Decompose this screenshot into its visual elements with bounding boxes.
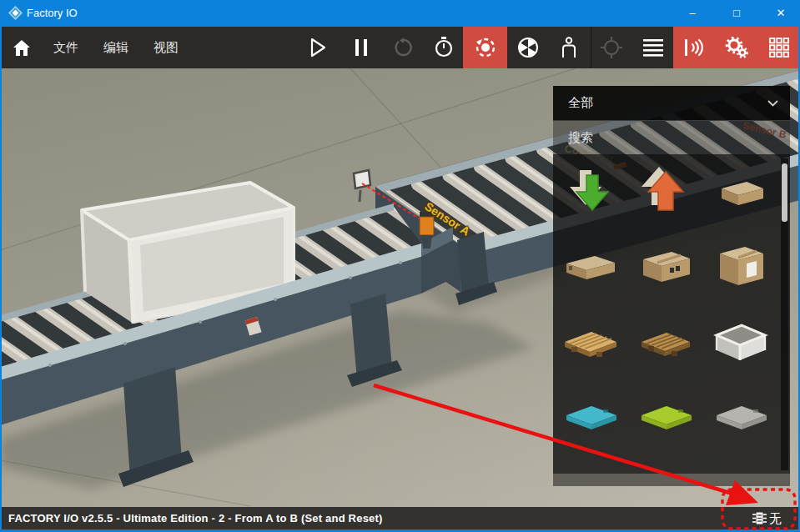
driver-selection[interactable]: 无 xyxy=(769,507,782,529)
orange-up-arrow-icon xyxy=(635,165,698,218)
green-pad-icon xyxy=(635,390,698,444)
toolbar: 文件 编辑 视图 xyxy=(0,27,800,68)
orbit-camera-icon xyxy=(475,37,496,58)
part-item-flat-box[interactable] xyxy=(554,229,629,304)
menu-view[interactable]: 视图 xyxy=(148,27,184,68)
window-border-left xyxy=(0,27,2,532)
green-down-arrow-icon xyxy=(560,165,623,218)
play-button[interactable] xyxy=(299,27,336,68)
part-item-green-down-arrow[interactable] xyxy=(554,154,629,229)
menu-file[interactable]: 文件 xyxy=(48,27,84,68)
target-button[interactable] xyxy=(593,27,630,68)
drivers-gear-icon xyxy=(725,37,748,58)
drivers-button[interactable] xyxy=(717,27,757,68)
panel-bottom-strip xyxy=(553,474,790,486)
light-pallet-icon xyxy=(560,315,623,369)
parts-search-input[interactable]: 搜索 xyxy=(553,121,790,154)
stopwatch-button[interactable] xyxy=(425,27,462,68)
close-button[interactable]: ✕ xyxy=(762,0,800,27)
target-icon xyxy=(601,37,622,58)
part-item-dark-pallet[interactable] xyxy=(629,304,704,379)
play-icon xyxy=(309,38,327,58)
small-box-icon xyxy=(710,165,773,218)
sensor-a xyxy=(420,217,434,235)
part-item-light-pallet[interactable] xyxy=(554,304,629,379)
parts-filter-dropdown[interactable]: 全部 xyxy=(553,86,790,121)
sensor-tags-button[interactable] xyxy=(673,27,715,68)
cyan-pad-icon xyxy=(560,390,623,444)
parts-grid xyxy=(553,154,790,474)
stopwatch-icon xyxy=(434,37,454,58)
menu-edit[interactable]: 编辑 xyxy=(98,27,134,68)
pause-button[interactable] xyxy=(343,27,380,68)
fly-camera-button[interactable] xyxy=(510,27,546,68)
parts-scrollbar[interactable] xyxy=(781,158,788,470)
stackable-crate-icon xyxy=(710,315,773,369)
app-logo-icon xyxy=(8,6,23,20)
pause-icon xyxy=(355,38,368,57)
part-item-orange-up-arrow[interactable] xyxy=(629,154,704,229)
reflector xyxy=(354,170,370,188)
parts-scrollbar-thumb[interactable] xyxy=(782,163,787,222)
status-text: FACTORY I/O v2.5.5 - Ultimate Edition - … xyxy=(8,507,383,529)
home-icon xyxy=(12,38,32,57)
fly-camera-icon xyxy=(517,37,539,58)
part-item-medium-box[interactable] xyxy=(629,229,704,304)
grey-pad-icon xyxy=(710,390,773,444)
medium-box-icon xyxy=(635,240,698,294)
first-person-icon xyxy=(561,37,577,58)
home-button[interactable] xyxy=(3,27,40,68)
parts-filter-value: 全部 xyxy=(568,95,593,111)
minimize-button[interactable]: – xyxy=(673,0,712,27)
search-placeholder: 搜索 xyxy=(568,130,593,146)
list-view-icon xyxy=(643,38,663,57)
statusbar: FACTORY I/O v2.5.5 - Ultimate Edition - … xyxy=(0,507,800,529)
part-item-green-pad[interactable] xyxy=(629,379,704,454)
reset-button[interactable] xyxy=(385,27,422,68)
parts-palette-button[interactable] xyxy=(758,27,800,68)
part-item-grey-pad[interactable] xyxy=(704,379,779,454)
app-window: Factory IO – □ ✕ 文件 编辑 视图 xyxy=(0,0,800,532)
maximize-button[interactable]: □ xyxy=(717,0,756,27)
parts-palette-icon xyxy=(769,38,789,58)
part-item-small-box[interactable] xyxy=(704,154,779,229)
part-item-stackable-crate[interactable] xyxy=(704,304,779,379)
part-item-large-box[interactable] xyxy=(704,229,779,304)
orbit-camera-button[interactable] xyxy=(463,27,507,68)
large-box-icon xyxy=(710,240,773,294)
list-view-button[interactable] xyxy=(635,27,672,68)
toolbar-divider xyxy=(591,27,591,68)
reset-icon xyxy=(394,38,414,58)
flat-box-icon xyxy=(560,240,623,294)
sensor-tags-icon xyxy=(683,38,705,58)
dark-pallet-icon xyxy=(635,315,698,369)
first-person-button[interactable] xyxy=(551,27,587,68)
part-item-cyan-pad[interactable] xyxy=(554,379,629,454)
chevron-down-icon xyxy=(767,100,778,107)
driver-chip-icon[interactable] xyxy=(752,510,767,526)
window-title: Factory IO xyxy=(27,0,78,27)
titlebar: Factory IO – □ ✕ xyxy=(0,0,800,27)
